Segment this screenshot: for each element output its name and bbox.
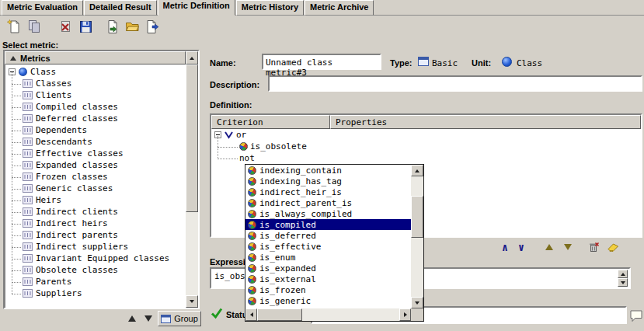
tab[interactable]: Metric Definition	[158, 0, 235, 16]
name-input[interactable]: Unnamed class metric#3	[262, 54, 381, 70]
dropdown-item[interactable]: is_enum	[245, 252, 411, 263]
tree-scrollbar[interactable]	[186, 64, 198, 308]
dropdown-item[interactable]: is_external	[245, 274, 411, 284]
criterion-column-header[interactable]: Criterion	[211, 115, 330, 129]
open-archive-button[interactable]	[123, 17, 141, 36]
tree-item[interactable]: Descendants	[5, 136, 186, 148]
dropdown-item[interactable]: is_frozen	[245, 284, 411, 295]
tree-item[interactable]: Indirect parents	[5, 229, 186, 241]
move-criterion-down-button[interactable]	[560, 240, 576, 254]
tree-item[interactable]: Dependents	[5, 124, 186, 136]
tree-scroll-down-button[interactable]	[186, 295, 198, 308]
criterion-ball-icon	[248, 232, 256, 240]
criterion-ball-icon	[248, 275, 256, 284]
criterion-row[interactable]: is_obsolete	[211, 141, 641, 152]
dropdown-item[interactable]: is_generic	[245, 295, 411, 306]
delete-metric-button[interactable]	[56, 17, 75, 36]
move-metric-down-button[interactable]	[141, 312, 156, 326]
tab[interactable]: Metric Evaluation	[2, 0, 83, 16]
copy-metric-button[interactable]	[25, 17, 44, 36]
properties-column-header[interactable]: Properties	[330, 115, 641, 129]
delete-criterion-button[interactable]	[586, 240, 601, 254]
tree-item[interactable]: Generic classes	[5, 183, 186, 194]
tree-item[interactable]: Invariant Equipped classes	[5, 253, 186, 264]
tree-item-label: Frozen classes	[36, 172, 108, 182]
tree-scroll-up-button[interactable]	[186, 51, 198, 64]
dropdown-item-label: is_always_compiled	[259, 209, 352, 219]
erase-definition-button[interactable]	[605, 240, 621, 254]
criterion-dropdown-list: indexing_contain indexing_has_tag indire…	[245, 165, 411, 308]
dropdown-vertical-scrollbar[interactable]	[411, 165, 423, 308]
tree-item[interactable]: Parents	[5, 276, 186, 287]
criterion-dropdown: indexing_contain indexing_has_tag indire…	[245, 164, 424, 322]
dropdown-item[interactable]: is_deferred	[245, 230, 411, 241]
save-metric-button[interactable]	[76, 17, 95, 36]
tree-item[interactable]: Frozen classes	[5, 171, 186, 183]
tree-item[interactable]: Deferred classes	[5, 113, 186, 124]
dropdown-scrollbar-thumb[interactable]	[411, 196, 423, 238]
metric-icon	[23, 266, 33, 274]
tree-item[interactable]: Obsolete classes	[5, 264, 186, 276]
tree-item-label: Indirect heirs	[36, 218, 108, 228]
save-metric-icon	[78, 19, 93, 34]
tree-item[interactable]: Suppliers	[5, 287, 186, 299]
description-input[interactable]	[268, 75, 642, 92]
dropdown-horizontal-scrollbar[interactable]	[245, 308, 411, 321]
tree-item[interactable]: Expanded classes	[5, 159, 186, 171]
metrics-sort-header[interactable]: Metrics	[5, 51, 186, 64]
tree-item[interactable]: Classes	[5, 78, 186, 89]
criterion-row-or[interactable]: or	[211, 129, 641, 141]
tree-connector	[12, 89, 21, 96]
dropdown-item[interactable]: is_expanded	[245, 263, 411, 274]
export-metric-button[interactable]	[143, 17, 162, 36]
tree-item[interactable]: Indirect clients	[5, 206, 186, 218]
tab[interactable]: Metric Archive	[305, 0, 374, 16]
dropdown-item[interactable]: is_effective	[245, 241, 411, 252]
import-metric-button[interactable]	[103, 17, 121, 36]
tree-connector	[12, 253, 21, 260]
move-metric-up-button[interactable]	[124, 312, 140, 326]
expression-scroll-up-button[interactable]	[618, 270, 628, 278]
dropdown-item[interactable]: indexing_has_tag	[245, 176, 411, 186]
and-criterion-button[interactable]: ∧	[497, 240, 513, 254]
dropdown-scroll-up-button[interactable]	[411, 165, 423, 176]
dropdown-hscrollbar-thumb[interactable]	[257, 308, 302, 321]
metric-icon	[23, 289, 33, 298]
dropdown-item[interactable]: indexing_contain	[245, 165, 411, 176]
tab[interactable]: Metric History	[236, 0, 304, 16]
criterion-ball-icon	[248, 242, 256, 251]
tree-item[interactable]: Indirect suppliers	[5, 241, 186, 253]
expression-scroll-down-button[interactable]	[618, 278, 628, 287]
tree-item[interactable]: Heirs	[5, 194, 186, 206]
tree-item[interactable]: Effective classes	[5, 148, 186, 159]
name-label: Name:	[210, 58, 236, 68]
tree-item[interactable]: Clients	[5, 89, 186, 101]
tree-scrollbar-thumb[interactable]	[186, 64, 198, 212]
tree-item-label: Descendants	[36, 137, 92, 147]
tree-root-item[interactable]: Class	[5, 66, 186, 78]
comment-icon[interactable]	[629, 308, 643, 322]
dropdown-scroll-left-button[interactable]	[245, 308, 257, 321]
criterion-label: is_obsolete	[250, 141, 307, 152]
dropdown-scroll-right-button[interactable]	[399, 308, 411, 321]
tree-item[interactable]: Indirect heirs	[5, 218, 186, 229]
move-criterion-up-button[interactable]	[541, 240, 557, 254]
or-criterion-button[interactable]: ∨	[513, 240, 529, 254]
metric-icon	[23, 219, 33, 228]
dropdown-item[interactable]: indirect_parent_is	[245, 197, 411, 208]
dropdown-scroll-down-button[interactable]	[411, 297, 423, 308]
criterion-label: or	[236, 130, 246, 140]
delete-criterion-icon	[587, 241, 600, 253]
criterion-row[interactable]: not	[211, 152, 641, 164]
metric-icon	[23, 196, 33, 204]
criterion-ball-icon	[239, 142, 248, 151]
metric-icon	[23, 91, 33, 99]
dropdown-item[interactable]: indirect_heir_is	[245, 186, 411, 197]
new-metric-button[interactable]	[5, 17, 23, 36]
move-down-icon	[564, 244, 572, 250]
group-button[interactable]: Group	[158, 311, 201, 326]
tab[interactable]: Detailed Result	[84, 0, 156, 16]
dropdown-item[interactable]: is_compiled	[245, 219, 411, 230]
dropdown-item[interactable]: is_always_compiled	[245, 208, 411, 219]
tree-item[interactable]: Compiled classes	[5, 101, 186, 113]
